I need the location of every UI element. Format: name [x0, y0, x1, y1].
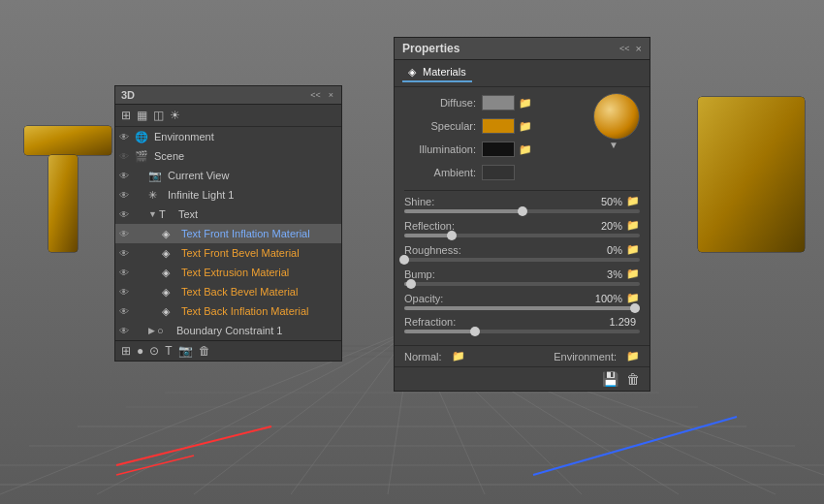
shine-folder-icon[interactable]: 📁	[626, 195, 640, 207]
refraction-thumb[interactable]	[470, 327, 480, 336]
illumination-label: Illumination:	[404, 143, 482, 155]
bump-folder-icon[interactable]: 📁	[626, 268, 640, 280]
scene-item-text[interactable]: 👁 ▼ T Text	[115, 205, 341, 224]
footer-add-constraint-icon[interactable]: ⊙	[149, 344, 159, 358]
normal-folder-icon[interactable]: 📁	[452, 350, 465, 362]
panel-properties: Properties << × ◈ Materials Diffuse: 📁 S…	[394, 37, 650, 392]
bump-track[interactable]	[404, 282, 640, 286]
panel-3d-collapse[interactable]: <<	[308, 90, 323, 100]
refraction-fill	[404, 330, 475, 333]
toolbar-layers-icon[interactable]: ◫	[153, 109, 164, 122]
ambient-label: Ambient:	[404, 167, 482, 178]
scene-item-text-front-bevel[interactable]: 👁 ◈ Text Front Bevel Material	[115, 243, 341, 263]
light-icon: ✳	[148, 189, 164, 202]
bump-label: Bump:	[404, 268, 435, 280]
eye-text-extrusion[interactable]: 👁	[119, 268, 133, 278]
scene-item-text-back-bevel[interactable]: 👁 ◈ Text Back Bevel Material	[115, 282, 341, 301]
ambient-row: Ambient:	[404, 163, 582, 182]
footer-add-text-icon[interactable]: T	[165, 344, 172, 358]
scene-item-environment[interactable]: 👁 🌐 Environment	[115, 127, 341, 146]
scene-item-text-back-inflation[interactable]: 👁 ◈ Text Back Inflation Material	[115, 301, 341, 321]
toolbar-light-icon[interactable]: ☀	[170, 109, 180, 122]
scene-list: 👁 🌐 Environment 👁 🎬 Scene 👁 📷 Current Vi…	[115, 127, 341, 340]
text-chevron[interactable]: ▼	[148, 209, 157, 219]
eye-text-front-bevel[interactable]: 👁	[119, 248, 133, 259]
opacity-track[interactable]	[404, 306, 640, 310]
footer-add-sphere-icon[interactable]: ●	[137, 344, 143, 358]
diffuse-swatch[interactable]	[482, 95, 515, 110]
refraction-track[interactable]	[404, 330, 640, 333]
roughness-thumb[interactable]	[399, 255, 409, 265]
reflection-folder-icon[interactable]: 📁	[626, 219, 640, 232]
opacity-thumb[interactable]	[630, 303, 640, 313]
eye-text-back-bevel[interactable]: 👁	[119, 287, 133, 298]
scene-item-current-view[interactable]: 👁 📷 Current View	[115, 166, 341, 185]
materials-tab-icon: ◈	[408, 66, 416, 78]
scene-item-text-front-inflation[interactable]: 👁 ◈ Text Front Inflation Material	[115, 224, 341, 243]
props-collapse[interactable]: <<	[619, 44, 630, 53]
materials-tab-label: Materials	[423, 66, 466, 78]
illumination-folder-icon[interactable]: 📁	[519, 143, 532, 156]
eye-environment[interactable]: 👁	[119, 132, 133, 142]
footer-add-mesh-icon[interactable]: ⊞	[121, 344, 131, 358]
eye-text-front-inflation[interactable]: 👁	[119, 229, 133, 239]
toolbar-table-icon[interactable]: ▦	[137, 109, 147, 122]
panel-3d-footer: ⊞ ● ⊙ T 📷 🗑	[115, 340, 341, 361]
toolbar-grid-icon[interactable]: ⊞	[121, 109, 131, 122]
eye-infinite-light[interactable]: 👁	[119, 190, 133, 201]
eye-scene[interactable]: 👁	[119, 151, 133, 162]
footer-add-camera-icon[interactable]: 📷	[178, 344, 193, 358]
scene-item-infinite-light[interactable]: 👁 ✳ Infinite Light 1	[115, 185, 341, 205]
diffuse-folder-icon[interactable]: 📁	[519, 97, 532, 110]
roughness-value: 0%	[607, 244, 622, 256]
scene-item-boundary-constraint[interactable]: 👁 ▶ ○ Boundary Constraint 1	[115, 321, 341, 340]
specular-swatch[interactable]	[482, 118, 515, 134]
diffuse-label: Diffuse:	[404, 97, 482, 109]
environment-label: Environment	[154, 131, 337, 142]
reflection-thumb[interactable]	[447, 231, 457, 240]
roughness-folder-icon[interactable]: 📁	[626, 243, 640, 256]
panel-3d-close[interactable]: ×	[327, 90, 335, 100]
illumination-swatch[interactable]	[482, 142, 515, 157]
bump-thumb[interactable]	[406, 279, 416, 289]
opacity-fill	[404, 306, 640, 310]
props-content: Diffuse: 📁 Specular: 📁 Illumination: 📁 A…	[395, 87, 650, 345]
ambient-swatch[interactable]	[482, 165, 515, 180]
text-icon: T	[159, 208, 174, 220]
props-action-row: 💾 🗑	[395, 366, 650, 391]
env-folder-icon[interactable]: 📁	[626, 350, 640, 362]
camera-icon: 📷	[148, 170, 164, 182]
props-close[interactable]: ×	[636, 43, 642, 54]
svg-rect-28	[698, 97, 805, 252]
refraction-value: 1.299	[609, 316, 636, 328]
shine-label: Shine:	[404, 196, 434, 207]
eye-boundary[interactable]: 👁	[119, 326, 133, 336]
save-action-icon[interactable]: 💾	[602, 371, 618, 387]
eye-text[interactable]: 👁	[119, 209, 133, 220]
divider-1	[404, 190, 640, 191]
text-back-inflation-label: Text Back Inflation Material	[181, 305, 337, 317]
shine-thumb[interactable]	[518, 206, 527, 216]
sphere-dropdown-btn[interactable]: ▼	[609, 140, 618, 150]
specular-folder-icon[interactable]: 📁	[519, 120, 532, 133]
scene-item-scene[interactable]: 👁 🎬 Scene	[115, 146, 341, 166]
reflection-label: Reflection:	[404, 220, 455, 232]
eye-current-view[interactable]: 👁	[119, 171, 133, 181]
shine-value: 50%	[601, 196, 622, 207]
reflection-track[interactable]	[404, 234, 640, 237]
scene-item-text-extrusion[interactable]: 👁 ◈ Text Extrusion Material	[115, 263, 341, 282]
props-normal-env-row: Normal: 📁 Environment: 📁	[395, 345, 650, 366]
boundary-chevron[interactable]: ▶	[148, 326, 155, 335]
illumination-row: Illumination: 📁	[404, 140, 582, 159]
environment-label: Environment:	[554, 351, 617, 362]
eye-text-back-inflation[interactable]: 👁	[119, 306, 133, 317]
shine-track[interactable]	[404, 209, 640, 213]
mat-icon-3: ◈	[162, 267, 177, 279]
roughness-track[interactable]	[404, 258, 640, 262]
delete-action-icon[interactable]: 🗑	[626, 371, 640, 387]
svg-rect-26	[48, 155, 78, 252]
opacity-folder-icon[interactable]: 📁	[626, 292, 640, 304]
footer-delete-icon[interactable]: 🗑	[199, 344, 210, 358]
env-icon: 🌐	[135, 131, 150, 143]
tab-materials[interactable]: ◈ Materials	[402, 64, 472, 82]
